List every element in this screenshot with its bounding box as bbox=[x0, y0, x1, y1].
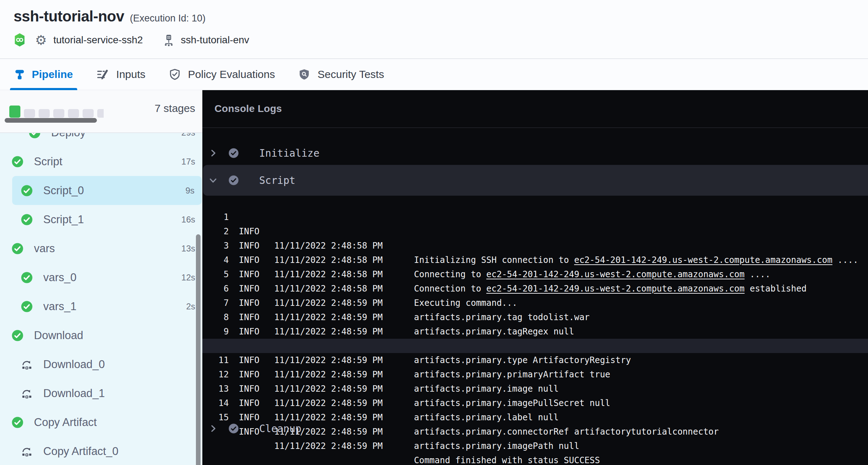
stage-duration: 12s bbox=[181, 273, 195, 283]
stage-row[interactable]: Script_0 9s bbox=[12, 176, 202, 205]
console-body: Initialize Script 1 INFO 11/11/2022 2:48… bbox=[202, 128, 868, 465]
stage-row[interactable]: Download bbox=[0, 321, 202, 350]
inputs-pencil-icon bbox=[96, 68, 109, 81]
log-section-script[interactable]: Script bbox=[203, 165, 868, 196]
stage-label: Deploy bbox=[51, 133, 86, 139]
stage-label: Script bbox=[34, 155, 62, 168]
execution-id-label: (Execution Id: 10) bbox=[130, 13, 206, 24]
stage-status-icon bbox=[21, 271, 33, 284]
section-chevron[interactable] bbox=[208, 424, 218, 433]
stage-status-icon bbox=[11, 329, 24, 342]
tab-label: Security Tests bbox=[317, 68, 384, 80]
stages-header: 7 stages bbox=[0, 90, 202, 133]
stage-row[interactable]: Copy Artifact bbox=[0, 408, 202, 437]
stage-status-icon bbox=[21, 358, 33, 371]
meta-row: ⚙ tutorial-service-ssh2 ssh-tutorial-env bbox=[14, 32, 249, 48]
log-line[interactable]: 7 INFO 11/11/2022 2:48:59 PM artifacts.p… bbox=[202, 282, 868, 296]
stage-label: vars_1 bbox=[43, 300, 77, 313]
stage-progress-square bbox=[83, 109, 94, 118]
stage-row[interactable]: vars_0 12s bbox=[0, 263, 202, 292]
stage-duration: 2s bbox=[186, 302, 195, 312]
log-line[interactable]: 1 INFO 11/11/2022 2:48:58 PM Initializin… bbox=[202, 196, 868, 210]
log-line[interactable]: 14 INFO 11/11/2022 2:48:59 PM artifacts.… bbox=[202, 382, 868, 396]
vertical-scrollbar-thumb[interactable] bbox=[196, 234, 201, 465]
section-chevron[interactable] bbox=[208, 148, 218, 158]
pipeline-execution-page: ssh-tutorial-nov (Execution Id: 10) ⚙ tu… bbox=[0, 0, 868, 465]
log-timestamp: 11/11/2022 2:48:59 PM bbox=[274, 439, 383, 453]
stage-status-icon bbox=[21, 300, 33, 313]
page-title: ssh-tutorial-nov bbox=[14, 8, 124, 25]
stage-row[interactable]: Script 17s bbox=[0, 147, 202, 176]
log-line[interactable]: 15 INFO 11/11/2022 2:48:59 PM Command fi… bbox=[202, 396, 868, 410]
log-line[interactable]: 4 INFO 11/11/2022 2:48:58 PM Executing c… bbox=[202, 239, 868, 253]
shield-check-icon bbox=[168, 68, 181, 81]
shield-magnifier-icon bbox=[298, 68, 311, 81]
section-label: Initialize bbox=[259, 147, 320, 159]
stage-row[interactable]: Download_1 bbox=[0, 379, 202, 408]
stage-label: Script_1 bbox=[43, 213, 84, 226]
stages-sidebar: 7 stages Deploy 29s Script 17s Script_0 … bbox=[0, 90, 202, 465]
horizontal-scrollbar-thumb[interactable] bbox=[5, 118, 97, 123]
title-row: ssh-tutorial-nov (Execution Id: 10) bbox=[14, 8, 206, 25]
log-line[interactable]: 9 INFO 11/11/2022 2:48:59 PM artifacts.p… bbox=[202, 310, 868, 324]
stage-label: Download bbox=[34, 329, 83, 342]
stage-row[interactable]: vars 13s bbox=[0, 234, 202, 263]
stage-status-icon bbox=[21, 214, 33, 226]
stage-status-icon bbox=[11, 243, 24, 255]
tab-label: Inputs bbox=[116, 68, 146, 80]
step-group-icon bbox=[21, 387, 33, 400]
stage-row[interactable]: Script_1 16s bbox=[0, 205, 202, 234]
log-line[interactable]: 12 INFO 11/11/2022 2:48:59 PM artifacts.… bbox=[202, 353, 868, 367]
section-label: Cleanup bbox=[259, 423, 301, 435]
pipeline-icon bbox=[14, 67, 25, 82]
stage-row[interactable]: vars_1 2s bbox=[0, 292, 202, 321]
tab-security-tests[interactable]: Security Tests bbox=[298, 59, 384, 90]
section-status-icon bbox=[228, 148, 239, 159]
tab-label: Pipeline bbox=[32, 68, 73, 80]
log-line[interactable]: 11 INFO 11/11/2022 2:48:59 PM artifacts.… bbox=[202, 339, 868, 353]
stage-progress-square bbox=[24, 109, 35, 118]
log-line[interactable]: 13 INFO 11/11/2022 2:48:59 PM artifacts.… bbox=[202, 367, 868, 382]
stage-label: vars bbox=[34, 242, 55, 255]
success-check-icon bbox=[21, 214, 33, 226]
stage-duration: 9s bbox=[186, 186, 194, 196]
stage-label: Copy Artifact bbox=[34, 416, 97, 429]
stage-duration: 16s bbox=[181, 215, 195, 225]
log-line[interactable]: 3 INFO 11/11/2022 2:48:58 PM Connection … bbox=[202, 224, 868, 239]
stage-label: vars_0 bbox=[43, 271, 77, 284]
tab-inputs[interactable]: Inputs bbox=[96, 59, 146, 90]
success-check-icon bbox=[21, 300, 33, 313]
tab-bar: Pipeline Inputs Policy Evaluations Secur… bbox=[0, 58, 868, 90]
stage-row[interactable]: Copy Artifact_0 bbox=[0, 437, 202, 465]
console-logs-title: Console Logs bbox=[214, 103, 282, 114]
stage-label: Script_0 bbox=[43, 184, 84, 197]
log-section-initialize[interactable]: Initialize bbox=[202, 141, 868, 165]
stage-row[interactable]: Deploy 29s bbox=[0, 133, 202, 147]
step-group-icon bbox=[21, 445, 33, 457]
log-section-cleanup[interactable]: Cleanup bbox=[202, 417, 868, 440]
log-line[interactable]: 6 INFO 11/11/2022 2:48:59 PM artifacts.p… bbox=[202, 267, 868, 282]
environment-rack-icon bbox=[163, 34, 174, 46]
log-line[interactable]: 10 INFO 11/11/2022 2:48:59 PM artifacts.… bbox=[202, 324, 868, 339]
success-check-icon bbox=[11, 156, 24, 168]
stage-progress-square bbox=[68, 109, 79, 118]
log-line[interactable]: 5 INFO 11/11/2022 2:48:59 PM artifacts.p… bbox=[202, 253, 868, 267]
success-check-icon bbox=[11, 243, 24, 255]
tab-policy-evaluations[interactable]: Policy Evaluations bbox=[168, 59, 275, 90]
tab-pipeline[interactable]: Pipeline bbox=[14, 59, 73, 90]
section-chevron[interactable] bbox=[208, 176, 218, 185]
stage-row[interactable]: Download_0 bbox=[0, 350, 202, 379]
service-name[interactable]: tutorial-service-ssh2 bbox=[53, 34, 143, 46]
stage-status-icon bbox=[11, 416, 24, 429]
console-logs-header: Console Logs bbox=[202, 90, 868, 128]
stage-progress-square bbox=[9, 106, 20, 118]
stage-progress-bar bbox=[9, 106, 104, 118]
stage-status-icon bbox=[21, 445, 33, 457]
log-line[interactable]: 8 INFO 11/11/2022 2:48:59 PM artifacts.p… bbox=[202, 296, 868, 310]
environment-name[interactable]: ssh-tutorial-env bbox=[181, 34, 249, 46]
gear-icon: ⚙ bbox=[35, 34, 47, 47]
log-message: Command finished with status SUCCESS bbox=[414, 453, 600, 465]
stage-count-label: 7 stages bbox=[155, 102, 195, 114]
stage-status-icon bbox=[29, 133, 41, 139]
log-line[interactable]: 2 INFO 11/11/2022 2:48:58 PM Connecting … bbox=[202, 210, 868, 224]
